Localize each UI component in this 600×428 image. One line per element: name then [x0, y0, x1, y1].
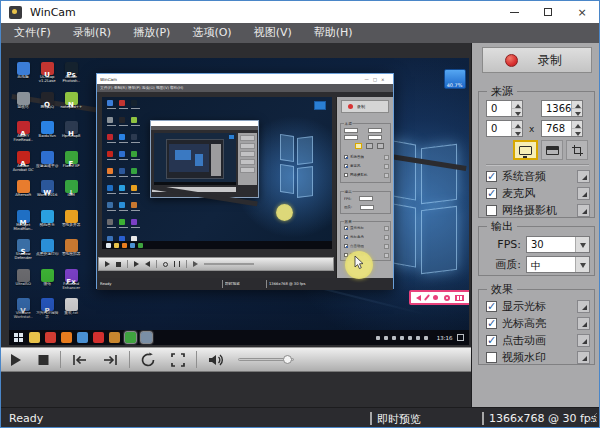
show-cursor-option[interactable]: 显示光标	[486, 299, 590, 313]
webcam-settings-button[interactable]	[577, 204, 590, 217]
wincam-window: WinCam × 文件(F) 录制(R) 播放(P) 选项(O) 视图(V) 帮…	[0, 0, 600, 428]
desktop-icon: U UCScap v1.2Lase	[35, 62, 59, 92]
stop-button[interactable]	[30, 347, 57, 372]
spin-up-icon[interactable]	[512, 101, 522, 109]
taskbar-app-icon	[29, 332, 40, 343]
taskbar-app-icon	[45, 332, 56, 343]
webcam-option[interactable]: 网络摄影机	[486, 203, 590, 217]
show-cursor-checkbox[interactable]	[486, 301, 497, 312]
effects-group-title: 效果	[487, 283, 517, 296]
chevron-down-icon[interactable]	[575, 237, 589, 252]
spin-down-icon[interactable]	[572, 129, 582, 136]
menu-options[interactable]: 选项(O)	[181, 23, 242, 43]
maximize-button[interactable]	[531, 1, 565, 23]
source-group: 来源 0 1366 0 x 768	[478, 91, 595, 218]
capture-window-button[interactable]	[541, 140, 563, 160]
sidebar: 录制 来源 0 1366 0 x 768	[472, 43, 600, 407]
microphone-checkbox[interactable]	[486, 188, 497, 199]
spin-up-icon[interactable]	[512, 121, 522, 129]
desktop-icon: N notepad++	[59, 92, 83, 122]
cursor-highlight-small	[276, 204, 293, 221]
desktop-icon: Ps Adobe Photosh..	[59, 62, 83, 92]
spin-down-icon[interactable]	[512, 109, 522, 116]
record-dot-icon	[505, 54, 518, 67]
nested-desktop-icons	[104, 100, 142, 249]
nested-preview	[102, 97, 332, 249]
watermark-settings-button[interactable]	[577, 351, 590, 364]
output-group: 输出 FPS: 30 画质: 中	[478, 226, 595, 276]
app-icon	[9, 6, 22, 19]
repeat-button[interactable]	[133, 347, 163, 372]
nested-menubar: 文件(F) 录制(R) 播放(P) 选项(O) 视图(V) 帮助(H)	[97, 84, 393, 92]
record-button[interactable]: 录制	[482, 47, 592, 73]
cursor-highlight-option[interactable]: 光标高亮	[486, 316, 590, 330]
record-dot-icon	[444, 295, 450, 301]
system-audio-settings-button[interactable]	[577, 170, 590, 183]
close-button[interactable]: ×	[565, 1, 599, 23]
nested-window-controls: — □ ×	[365, 77, 386, 82]
nested-sidebar: 录制 来源 系统音频 麦克风 网络摄影机 输出 FPS: 画质:	[336, 97, 393, 278]
menu-help[interactable]: 帮助(H)	[303, 23, 364, 43]
source-height-input[interactable]: 768	[541, 120, 583, 137]
source-x-input[interactable]: 0	[486, 100, 523, 117]
cursor-highlight-checkbox[interactable]	[486, 318, 497, 329]
cursor-highlight-settings-button[interactable]	[577, 317, 590, 330]
chevron-down-icon[interactable]	[575, 257, 589, 272]
minimize-button[interactable]	[497, 1, 531, 23]
play-button[interactable]	[1, 347, 30, 372]
spin-up-icon[interactable]	[572, 121, 582, 129]
desktop-icon: Fx FxSound Enhancer	[59, 269, 83, 299]
menu-play[interactable]: 播放(P)	[122, 23, 181, 43]
watermark-checkbox[interactable]	[486, 352, 497, 363]
taskbar-app-icon	[125, 332, 136, 343]
microphone-option[interactable]: 麦克风	[486, 186, 590, 200]
start-button-icon	[14, 333, 23, 342]
menu-record[interactable]: 录制(R)	[62, 23, 122, 43]
desktop-icon: H HprSnap8	[59, 121, 83, 151]
system-audio-checkbox[interactable]	[486, 171, 497, 182]
pen-icon	[424, 294, 430, 301]
desktop-icon: 雷电模拟器	[59, 239, 83, 269]
menu-file[interactable]: 文件(F)	[3, 23, 62, 43]
volume-slider[interactable]	[238, 358, 294, 361]
spin-down-icon[interactable]	[572, 109, 582, 116]
click-animation-checkbox[interactable]	[486, 335, 497, 346]
skip-to-end-button[interactable]	[95, 347, 126, 372]
skip-to-start-button[interactable]	[64, 347, 95, 372]
capture-screen-button[interactable]	[513, 140, 538, 160]
fullscreen-button[interactable]	[163, 347, 193, 372]
desktop-icon: S Shadow Defender	[11, 239, 35, 269]
volume-button[interactable]	[200, 347, 232, 372]
spin-down-icon[interactable]	[512, 129, 522, 136]
capture-region-button[interactable]	[566, 140, 588, 160]
menu-view[interactable]: 视图(V)	[243, 23, 303, 43]
microphone-settings-button[interactable]	[577, 187, 590, 200]
speaker-icon	[416, 295, 421, 301]
system-audio-option[interactable]: 系统音频	[486, 169, 590, 183]
click-animation-option[interactable]: 点击动画	[486, 333, 590, 347]
status-ready: Ready	[9, 412, 43, 425]
desktop-icon: A Adobe Acrobat DC	[11, 151, 35, 181]
menubar: 文件(F) 录制(R) 播放(P) 选项(O) 视图(V) 帮助(H)	[1, 23, 599, 43]
taskbar-app-icon	[61, 332, 72, 343]
volume-slider-thumb[interactable]	[283, 355, 292, 364]
effects-group: 效果 显示光标 光标高亮 点击动画 视频水印	[478, 289, 595, 365]
quality-dropdown[interactable]: 中	[526, 256, 590, 273]
click-animation-settings-button[interactable]	[577, 334, 590, 347]
notification-icon	[457, 334, 464, 341]
source-y-input[interactable]: 0	[486, 120, 523, 137]
spin-up-icon[interactable]	[572, 101, 582, 109]
fps-dropdown[interactable]: 30	[526, 236, 590, 253]
source-group-title: 来源	[487, 85, 517, 98]
desktop-icon: 回收站	[11, 92, 35, 122]
moon-icon	[433, 295, 438, 300]
webcam-checkbox[interactable]	[486, 205, 497, 216]
watermark-option[interactable]: 视频水印	[486, 350, 590, 364]
desktop-icon: M MindJet MindMan..	[11, 210, 35, 240]
desktop-icon: 雷电多开器	[59, 210, 83, 240]
nested-output-group: 输出 FPS: 画质:	[340, 191, 391, 214]
show-cursor-settings-button[interactable]	[577, 300, 590, 313]
nested-wincam-window-level2	[150, 120, 259, 198]
resize-grip[interactable]	[587, 412, 597, 422]
source-width-input[interactable]: 1366	[541, 100, 583, 117]
